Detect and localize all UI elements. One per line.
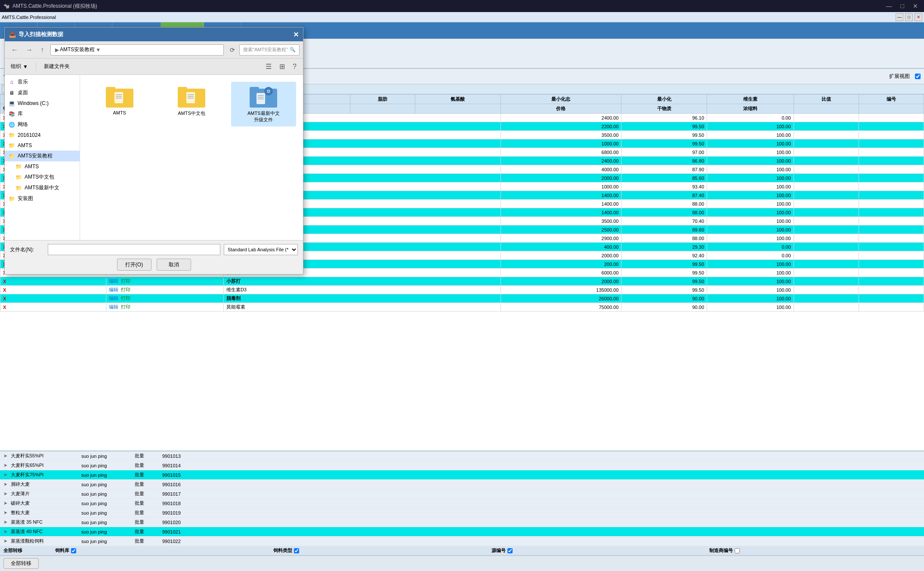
cell-price: 200.00 — [501, 260, 621, 269]
cell-conc: 100.00 — [707, 131, 794, 139]
win-restore-btn[interactable]: □ — [905, 13, 913, 21]
source-id-checkbox[interactable] — [507, 548, 513, 553]
sidebar-label-amts-sub: AMTS — [25, 164, 39, 170]
th-code: 编号 — [859, 95, 924, 104]
sidebar-item-music[interactable]: ♫ 音乐 — [5, 77, 80, 87]
sidebar-item-amts-new[interactable]: 📁 AMTS最新中文 — [5, 182, 80, 193]
cell-conc: 100.00 — [707, 200, 794, 208]
help-btn[interactable]: ? — [290, 61, 300, 72]
cell-price: 135000.00 — [501, 286, 621, 294]
th-empty6 — [859, 104, 924, 114]
folder-icon-amts-upgrade: ⚙ — [250, 85, 277, 108]
cell-dm: 99.50 — [621, 131, 707, 139]
back-btn[interactable]: ← — [8, 44, 21, 56]
cell-dm: 99.50 — [621, 122, 707, 131]
search-icon: 🔍 — [290, 47, 296, 52]
cell-dm: 29.30 — [621, 243, 707, 251]
folder-label-amts-cn: AMTS中文包 — [178, 110, 205, 117]
sidebar-item-amts-sub[interactable]: 📁 AMTS — [5, 161, 80, 172]
sidebar-item-20161024[interactable]: 📁 20161024 — [5, 130, 80, 140]
cell-empty2 — [859, 277, 924, 286]
th-min2: 最小化 — [621, 95, 707, 104]
cell-empty2 — [859, 174, 924, 182]
th-fat: 脂肪 — [350, 95, 415, 104]
sidebar-item-library[interactable]: 📚 库 — [5, 108, 80, 119]
folder-amts-upgrade[interactable]: ⚙ AMTS最新中文升级文件 — [231, 82, 296, 127]
win-minimize-btn[interactable]: — — [896, 13, 903, 21]
dialog-close-btn[interactable]: ✕ — [293, 31, 299, 39]
th-dm: 干物质 — [621, 104, 707, 114]
search-box[interactable]: 搜索"AMTS安装教程" 🔍 — [239, 44, 300, 56]
app-title: AMTS.Cattle.Professional (模拟牧场) — [12, 3, 97, 10]
sidebar-item-amts-cn[interactable]: 📁 AMTS中文包 — [5, 172, 80, 182]
svg-rect-14 — [250, 87, 259, 92]
cell-conc: 100.00 — [707, 208, 794, 217]
cell-empty1 — [794, 251, 859, 260]
cell-dm: 88.00 — [621, 200, 707, 208]
folder-amts-cn[interactable]: AMTS中文包 — [159, 82, 224, 127]
path-display: ▶ AMTS安装教程 ▼ — [50, 44, 224, 56]
th-ratio: 比值 — [794, 95, 859, 104]
th-empty3 — [350, 104, 415, 114]
expand-label: 扩展视图 — [889, 73, 910, 80]
folder-icon-7: 📁 — [8, 195, 15, 202]
sidebar-item-install[interactable]: 📁 安装图 — [5, 193, 80, 204]
cell-price: 1000.00 — [501, 182, 621, 191]
sidebar-label-install: 安装图 — [18, 195, 33, 202]
cell-conc: 100.00 — [707, 182, 794, 191]
expand-checkbox[interactable] — [915, 74, 921, 79]
music-icon: ♫ — [8, 79, 15, 86]
win-close-btn[interactable]: ✕ — [915, 13, 922, 21]
manufacturer-id-checkbox[interactable] — [735, 548, 740, 553]
cell-empty1 — [794, 182, 859, 191]
new-folder-label: 新建文件夹 — [44, 63, 70, 70]
sidebar-item-amts-tutorial[interactable]: 📁 AMTS安装教程 — [5, 151, 80, 161]
minimize-btn[interactable]: — — [884, 3, 895, 9]
list-view-btn[interactable]: ☰ — [263, 61, 275, 72]
new-folder-btn[interactable]: 新建文件夹 — [41, 62, 72, 71]
cell-empty1 — [794, 122, 859, 131]
cell-empty2 — [859, 148, 924, 157]
folder-amts[interactable]: AMTS — [87, 82, 152, 127]
refresh-btn[interactable]: ⟳ — [227, 45, 238, 55]
dialog-icon: 📥 — [9, 31, 16, 38]
cancel-btn[interactable]: 取消 — [157, 259, 191, 271]
th-price: 价格 — [501, 104, 621, 114]
col-manufacturer-id-label: 制造商编号 — [709, 547, 733, 554]
organize-btn[interactable]: 组织 ▼ — [8, 62, 31, 71]
cell-price: 1400.00 — [501, 191, 621, 200]
th-conc: 浓缩料 — [707, 104, 794, 114]
desktop-icon: 🖥 — [8, 90, 15, 96]
filename-input[interactable] — [48, 244, 220, 255]
close-btn[interactable]: ✕ — [910, 3, 921, 9]
cell-conc: 100.00 — [707, 157, 794, 165]
cell-empty2 — [859, 114, 924, 122]
cell-empty1 — [794, 131, 859, 139]
up-btn[interactable]: ↑ — [37, 44, 47, 56]
dialog-title: 导入扫描检测数据 — [19, 31, 63, 38]
cell-dm: 86.80 — [621, 157, 707, 165]
folder-icon-3: 📁 — [8, 153, 15, 160]
cell-conc: 100.00 — [707, 294, 794, 303]
sidebar-item-network[interactable]: 🌐 网络 — [5, 119, 80, 130]
cell-conc: 100.00 — [707, 122, 794, 131]
cell-empty2 — [859, 139, 924, 148]
col-source-id: 源编号 — [488, 546, 706, 555]
grid-view-btn[interactable]: ⊞ — [276, 61, 288, 72]
cell-empty2 — [859, 157, 924, 165]
sidebar-item-amts[interactable]: 📁 AMTS — [5, 140, 80, 151]
cell-price: 2500.00 — [501, 225, 621, 234]
sidebar-item-windows[interactable]: 💻 Windows (C:) — [5, 98, 80, 108]
filetype-select[interactable]: Standard Lab Analysis File (* — [224, 244, 298, 255]
maximize-btn[interactable]: □ — [898, 3, 907, 9]
folder-icon-1: 📁 — [8, 132, 15, 139]
sidebar-item-desktop[interactable]: 🖥 桌面 — [5, 87, 80, 98]
search-placeholder: 搜索"AMTS安装教程" — [243, 46, 288, 53]
cell-conc: 100.00 — [707, 286, 794, 294]
svg-text:⚙: ⚙ — [266, 89, 271, 94]
network-icon: 🌐 — [8, 121, 15, 128]
forward-btn[interactable]: → — [23, 44, 36, 56]
open-btn[interactable]: 打开(O) — [117, 259, 151, 271]
folder-label-amts: AMTS — [113, 110, 126, 115]
cell-empty2 — [859, 286, 924, 294]
